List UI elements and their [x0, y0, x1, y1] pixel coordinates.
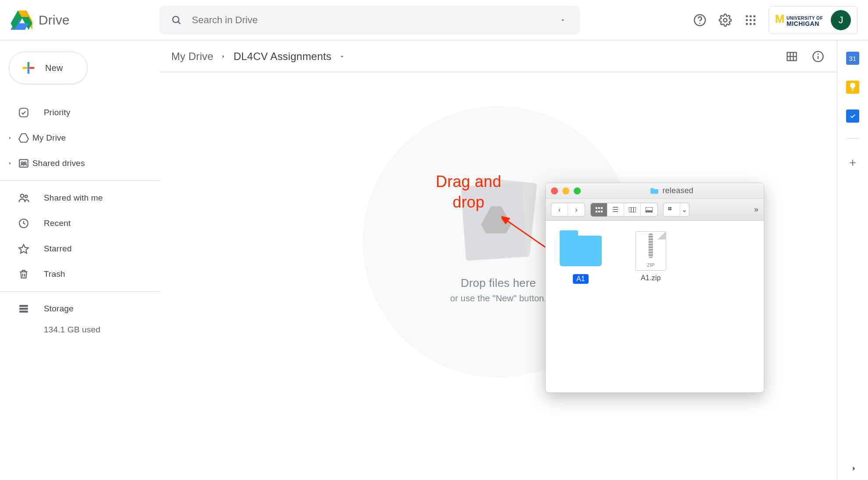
- chevron-right-icon: [5, 135, 15, 141]
- svg-point-13: [746, 19, 748, 21]
- finder-item-zip[interactable]: ZIP A1.zip: [629, 232, 673, 381]
- sidebar-item-label: Priority: [44, 108, 71, 117]
- breadcrumb-root[interactable]: My Drive: [171, 50, 213, 63]
- dropzone-text-secondary: or use the "New" button.: [450, 293, 547, 304]
- finder-gallery-view-button[interactable]: [641, 203, 657, 216]
- svg-marker-21: [19, 134, 28, 142]
- sidebar-item-storage[interactable]: Storage: [0, 296, 160, 321]
- recent-icon: [17, 218, 31, 229]
- svg-point-18: [753, 23, 755, 25]
- finder-toolbar: ‹ › ☰ ⌄ »: [546, 199, 764, 221]
- sidebar-item-shared-drives[interactable]: Shared drives: [0, 151, 160, 176]
- finder-body[interactable]: A1 ZIP A1.zip: [546, 221, 764, 392]
- header-actions: MUNIVERSITY OFMICHIGAN J: [692, 6, 857, 34]
- hide-side-panel-button[interactable]: [850, 464, 858, 473]
- svg-point-23: [21, 162, 23, 164]
- shared-drives-icon: [17, 158, 31, 169]
- minimize-window-icon[interactable]: [562, 187, 569, 194]
- app-header: Drive MUNIVERSITY OFMICHIGAN J: [0, 0, 868, 40]
- product-name: Drive: [39, 13, 70, 28]
- sidebar-item-priority[interactable]: Priority: [0, 100, 160, 125]
- new-button[interactable]: New: [9, 52, 88, 84]
- finder-nav-buttons: ‹ ›: [551, 203, 585, 217]
- priority-icon: [17, 107, 31, 118]
- sidebar-item-label: Trash: [44, 269, 65, 279]
- svg-point-15: [753, 19, 755, 21]
- svg-rect-29: [19, 305, 28, 307]
- svg-rect-55: [670, 207, 671, 208]
- keep-addon-icon[interactable]: [846, 81, 859, 94]
- sidebar: New Priority My Drive Sha: [0, 40, 160, 480]
- finder-view-buttons: ☰: [590, 203, 658, 217]
- svg-rect-42: [598, 207, 600, 209]
- svg-rect-53: [651, 212, 653, 212]
- search-input[interactable]: [192, 14, 547, 26]
- finder-window-title: released: [585, 186, 759, 195]
- rail-divider: [846, 138, 859, 139]
- storage-icon: [17, 303, 31, 314]
- product-logo[interactable]: Drive: [11, 11, 159, 30]
- account-avatar[interactable]: J: [831, 10, 851, 30]
- svg-point-25: [21, 194, 24, 198]
- search-options-icon[interactable]: [555, 13, 570, 28]
- sidebar-item-trash[interactable]: Trash: [0, 261, 160, 287]
- finder-window[interactable]: released ‹ › ☰ ⌄ »: [545, 183, 764, 393]
- sidebar-item-shared-with-me[interactable]: Shared with me: [0, 185, 160, 211]
- svg-rect-30: [19, 308, 28, 310]
- finder-item-name: A1.zip: [641, 274, 661, 282]
- window-traffic-lights: [551, 187, 581, 194]
- view-grid-icon[interactable]: [784, 49, 799, 64]
- svg-point-8: [699, 22, 701, 24]
- finder-back-button[interactable]: ‹: [551, 203, 568, 216]
- calendar-addon-icon[interactable]: 31: [846, 52, 859, 65]
- svg-point-16: [746, 23, 748, 25]
- breadcrumb-dropdown-icon[interactable]: [339, 53, 346, 60]
- svg-point-26: [25, 195, 28, 198]
- svg-point-14: [749, 19, 752, 21]
- my-drive-icon: [17, 132, 31, 144]
- finder-titlebar[interactable]: released: [546, 183, 764, 199]
- finder-icon-view-button[interactable]: [591, 203, 607, 216]
- close-window-icon[interactable]: [551, 187, 558, 194]
- svg-rect-44: [596, 211, 597, 212]
- finder-list-view-button[interactable]: ☰: [607, 203, 624, 216]
- tasks-addon-icon[interactable]: [846, 109, 859, 123]
- zoom-window-icon[interactable]: [574, 187, 581, 194]
- svg-point-9: [723, 18, 727, 22]
- apps-grid-icon[interactable]: [743, 13, 758, 28]
- finder-item-folder[interactable]: A1: [559, 232, 603, 381]
- breadcrumb-current[interactable]: DL4CV Assignments: [233, 50, 332, 63]
- org-logo: MUNIVERSITY OFMICHIGAN: [775, 13, 823, 27]
- svg-rect-19: [28, 67, 29, 69]
- finder-arrange-button[interactable]: ⌄: [663, 203, 689, 217]
- svg-point-12: [753, 15, 755, 17]
- finder-forward-button[interactable]: ›: [568, 203, 585, 216]
- search-icon[interactable]: [169, 13, 184, 28]
- search-bar[interactable]: [159, 6, 580, 35]
- sidebar-item-starred[interactable]: Starred: [0, 236, 160, 261]
- folder-icon: [560, 236, 602, 266]
- chevron-right-icon: [220, 53, 226, 60]
- chevron-down-icon: ⌄: [680, 203, 689, 216]
- storage-used-text: 134.1 GB used: [0, 325, 160, 335]
- svg-point-11: [749, 15, 752, 17]
- help-icon[interactable]: [692, 13, 707, 28]
- svg-rect-31: [19, 311, 28, 312]
- organization-card[interactable]: MUNIVERSITY OFMICHIGAN J: [769, 6, 857, 34]
- finder-more-button[interactable]: »: [754, 205, 759, 214]
- finder-column-view-button[interactable]: [624, 203, 641, 216]
- sidebar-item-recent[interactable]: Recent: [0, 211, 160, 236]
- svg-rect-57: [670, 209, 671, 210]
- chevron-right-icon: [5, 161, 15, 166]
- sidebar-item-my-drive[interactable]: My Drive: [0, 125, 160, 151]
- svg-rect-45: [598, 211, 600, 212]
- svg-marker-28: [19, 244, 28, 253]
- sidebar-item-label: My Drive: [32, 133, 66, 143]
- shared-with-me-icon: [17, 192, 31, 204]
- sidebar-item-label: Recent: [44, 219, 71, 228]
- svg-rect-47: [629, 207, 636, 212]
- info-icon[interactable]: [811, 49, 826, 64]
- settings-gear-icon[interactable]: [718, 13, 733, 28]
- svg-point-38: [818, 53, 819, 55]
- add-addon-button[interactable]: ＋: [847, 155, 858, 170]
